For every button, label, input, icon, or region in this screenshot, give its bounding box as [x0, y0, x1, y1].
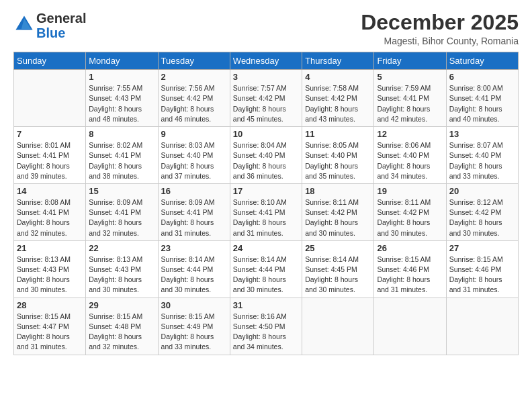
day-info: Sunrise: 8:15 AMSunset: 4:49 PMDaylight:…: [161, 312, 227, 353]
logo-blue-text: Blue: [36, 26, 65, 40]
day-info: Sunrise: 8:01 AMSunset: 4:41 PMDaylight:…: [17, 140, 83, 181]
day-info: Sunrise: 8:04 AMSunset: 4:40 PMDaylight:…: [233, 140, 299, 181]
calendar-week-row: 1Sunrise: 7:55 AMSunset: 4:43 PMDaylight…: [14, 70, 519, 127]
day-number: 10: [233, 129, 299, 139]
day-info: Sunrise: 8:14 AMSunset: 4:44 PMDaylight:…: [233, 255, 299, 295]
day-number: 20: [449, 186, 515, 196]
calendar-day-cell: 30Sunrise: 8:15 AMSunset: 4:49 PMDayligh…: [158, 298, 230, 355]
calendar-day-cell: [446, 298, 518, 355]
calendar-day-cell: 15Sunrise: 8:09 AMSunset: 4:41 PMDayligh…: [86, 183, 158, 240]
calendar-day-cell: 20Sunrise: 8:12 AMSunset: 4:42 PMDayligh…: [446, 183, 518, 240]
day-info: Sunrise: 8:07 AMSunset: 4:40 PMDaylight:…: [449, 140, 515, 181]
day-info: Sunrise: 8:02 AMSunset: 4:41 PMDaylight:…: [89, 140, 154, 181]
day-number: 17: [233, 186, 299, 196]
calendar-day-cell: 12Sunrise: 8:06 AMSunset: 4:40 PMDayligh…: [374, 127, 446, 184]
day-number: 3: [233, 72, 299, 82]
calendar-day-cell: 14Sunrise: 8:08 AMSunset: 4:41 PMDayligh…: [14, 183, 86, 240]
calendar-week-row: 21Sunrise: 8:13 AMSunset: 4:43 PMDayligh…: [14, 240, 519, 298]
calendar-day-cell: 4Sunrise: 7:58 AMSunset: 4:42 PMDaylight…: [302, 70, 374, 127]
calendar-day-cell: 24Sunrise: 8:14 AMSunset: 4:44 PMDayligh…: [230, 240, 302, 298]
calendar-day-cell: [302, 298, 374, 355]
calendar-day-cell: 13Sunrise: 8:07 AMSunset: 4:40 PMDayligh…: [446, 127, 518, 184]
logo: General Blue: [13, 11, 86, 40]
day-number: 31: [233, 300, 299, 310]
day-number: 14: [17, 186, 83, 196]
day-info: Sunrise: 8:10 AMSunset: 4:41 PMDaylight:…: [233, 197, 299, 238]
day-info: Sunrise: 8:06 AMSunset: 4:40 PMDaylight:…: [377, 140, 443, 181]
day-info: Sunrise: 8:08 AMSunset: 4:41 PMDaylight:…: [17, 197, 83, 238]
calendar-day-cell: 9Sunrise: 8:03 AMSunset: 4:40 PMDaylight…: [158, 127, 230, 184]
month-title: December 2025: [361, 11, 519, 34]
calendar-day-cell: 8Sunrise: 8:02 AMSunset: 4:41 PMDaylight…: [86, 127, 158, 184]
calendar-day-cell: 11Sunrise: 8:05 AMSunset: 4:40 PMDayligh…: [302, 127, 374, 184]
day-number: 4: [305, 72, 371, 82]
day-info: Sunrise: 8:11 AMSunset: 4:42 PMDaylight:…: [305, 197, 371, 238]
day-info: Sunrise: 8:13 AMSunset: 4:43 PMDaylight:…: [17, 255, 83, 295]
calendar-day-cell: 7Sunrise: 8:01 AMSunset: 4:41 PMDaylight…: [14, 127, 86, 184]
day-info: Sunrise: 8:09 AMSunset: 4:41 PMDaylight:…: [161, 197, 227, 238]
day-info: Sunrise: 8:16 AMSunset: 4:50 PMDaylight:…: [233, 312, 299, 353]
day-info: Sunrise: 8:15 AMSunset: 4:46 PMDaylight:…: [377, 255, 443, 295]
calendar-table: SundayMondayTuesdayWednesdayThursdayFrid…: [13, 52, 519, 355]
day-number: 22: [89, 243, 154, 253]
weekday-header-sunday: Sunday: [14, 52, 86, 70]
day-info: Sunrise: 7:58 AMSunset: 4:42 PMDaylight:…: [305, 83, 371, 124]
logo-general-text: General: [36, 11, 86, 26]
day-number: 8: [89, 129, 154, 139]
calendar-day-cell: 2Sunrise: 7:56 AMSunset: 4:42 PMDaylight…: [158, 70, 230, 127]
header: General Blue December 2025 Magesti, Biho…: [13, 11, 519, 46]
calendar-day-cell: 25Sunrise: 8:14 AMSunset: 4:45 PMDayligh…: [302, 240, 374, 298]
weekday-header-monday: Monday: [86, 52, 158, 70]
day-number: 27: [449, 243, 515, 253]
calendar-day-cell: 19Sunrise: 8:11 AMSunset: 4:42 PMDayligh…: [374, 183, 446, 240]
logo-icon: [15, 15, 34, 34]
day-number: 18: [305, 186, 371, 196]
day-number: 5: [377, 72, 443, 82]
day-info: Sunrise: 8:03 AMSunset: 4:40 PMDaylight:…: [161, 140, 227, 181]
day-number: 19: [377, 186, 443, 196]
day-info: Sunrise: 7:57 AMSunset: 4:42 PMDaylight:…: [233, 83, 299, 124]
day-number: 15: [89, 186, 154, 196]
day-number: 30: [161, 300, 227, 310]
calendar-day-cell: [374, 298, 446, 355]
day-info: Sunrise: 8:14 AMSunset: 4:44 PMDaylight:…: [161, 255, 227, 295]
calendar-day-cell: 31Sunrise: 8:16 AMSunset: 4:50 PMDayligh…: [230, 298, 302, 355]
day-number: 24: [233, 243, 299, 253]
day-number: 6: [449, 72, 515, 82]
day-info: Sunrise: 8:15 AMSunset: 4:48 PMDaylight:…: [89, 312, 154, 353]
calendar-week-row: 14Sunrise: 8:08 AMSunset: 4:41 PMDayligh…: [14, 183, 519, 240]
day-number: 21: [17, 243, 83, 253]
calendar-day-cell: 10Sunrise: 8:04 AMSunset: 4:40 PMDayligh…: [230, 127, 302, 184]
calendar-day-cell: [14, 70, 86, 127]
calendar-day-cell: 3Sunrise: 7:57 AMSunset: 4:42 PMDaylight…: [230, 70, 302, 127]
day-number: 13: [449, 129, 515, 139]
day-number: 25: [305, 243, 371, 253]
day-info: Sunrise: 8:00 AMSunset: 4:41 PMDaylight:…: [449, 83, 515, 124]
calendar-day-cell: 16Sunrise: 8:09 AMSunset: 4:41 PMDayligh…: [158, 183, 230, 240]
day-info: Sunrise: 7:59 AMSunset: 4:41 PMDaylight:…: [377, 83, 443, 124]
day-info: Sunrise: 8:13 AMSunset: 4:43 PMDaylight:…: [89, 255, 154, 295]
page-container: General Blue December 2025 Magesti, Biho…: [0, 0, 532, 362]
day-number: 16: [161, 186, 227, 196]
calendar-week-row: 7Sunrise: 8:01 AMSunset: 4:41 PMDaylight…: [14, 127, 519, 184]
calendar-day-cell: 21Sunrise: 8:13 AMSunset: 4:43 PMDayligh…: [14, 240, 86, 298]
day-info: Sunrise: 7:55 AMSunset: 4:43 PMDaylight:…: [89, 83, 154, 124]
weekday-header-tuesday: Tuesday: [158, 52, 230, 70]
calendar-day-cell: 23Sunrise: 8:14 AMSunset: 4:44 PMDayligh…: [158, 240, 230, 298]
calendar-day-cell: 26Sunrise: 8:15 AMSunset: 4:46 PMDayligh…: [374, 240, 446, 298]
day-number: 7: [17, 129, 83, 139]
subtitle: Magesti, Bihor County, Romania: [361, 36, 519, 46]
weekday-header-row: SundayMondayTuesdayWednesdayThursdayFrid…: [14, 52, 519, 70]
calendar-day-cell: 18Sunrise: 8:11 AMSunset: 4:42 PMDayligh…: [302, 183, 374, 240]
calendar-week-row: 28Sunrise: 8:15 AMSunset: 4:47 PMDayligh…: [14, 298, 519, 355]
weekday-header-saturday: Saturday: [446, 52, 518, 70]
day-number: 1: [89, 72, 154, 82]
weekday-header-friday: Friday: [374, 52, 446, 70]
calendar-day-cell: 29Sunrise: 8:15 AMSunset: 4:48 PMDayligh…: [86, 298, 158, 355]
day-number: 11: [305, 129, 371, 139]
weekday-header-thursday: Thursday: [302, 52, 374, 70]
day-number: 28: [17, 300, 83, 310]
day-info: Sunrise: 8:12 AMSunset: 4:42 PMDaylight:…: [449, 197, 515, 238]
day-info: Sunrise: 8:14 AMSunset: 4:45 PMDaylight:…: [305, 255, 371, 295]
day-info: Sunrise: 8:09 AMSunset: 4:41 PMDaylight:…: [89, 197, 154, 238]
